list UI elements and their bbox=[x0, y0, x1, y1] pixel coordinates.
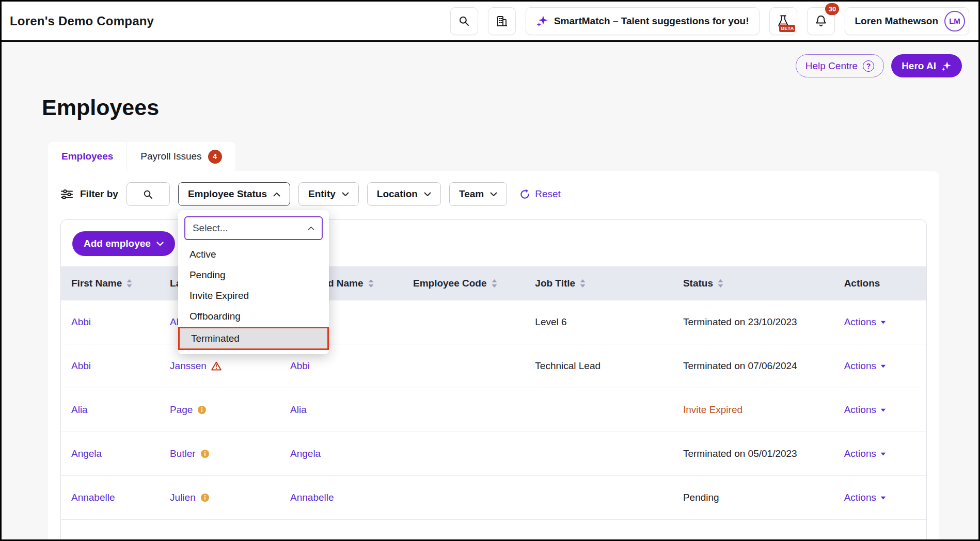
notification-count-badge: 30 bbox=[825, 3, 839, 15]
preferred-name-link[interactable]: Annabelle bbox=[290, 492, 334, 503]
status-option-invite-expired[interactable]: Invite Expired bbox=[178, 285, 329, 306]
status-cell: Terminated on 07/06/2024 bbox=[673, 344, 834, 388]
avatar: LM bbox=[944, 11, 965, 31]
caret-down-icon bbox=[880, 452, 886, 456]
filter-bar: Filter by Employee Status Select... bbox=[48, 171, 939, 217]
status-option-terminated[interactable]: Terminated bbox=[178, 327, 329, 350]
column-header-job-title[interactable]: Job Title bbox=[525, 266, 673, 300]
company-name: Loren's Demo Company bbox=[10, 14, 154, 28]
actions-cell: Actions bbox=[834, 388, 926, 432]
employee-code-cell bbox=[403, 300, 525, 344]
column-header-employee-code[interactable]: Employee Code bbox=[403, 266, 525, 300]
first-name-cell: Abbi bbox=[61, 300, 160, 344]
employee-status-dropdown: Select... ActivePendingInvite ExpiredOff… bbox=[178, 210, 329, 354]
organisation-button[interactable] bbox=[488, 7, 516, 35]
employee-status-filter-wrap: Employee Status Select... ActivePendingI… bbox=[178, 182, 290, 206]
row-actions-button[interactable]: Actions bbox=[844, 448, 886, 459]
sort-icon bbox=[127, 279, 132, 288]
first-name-link[interactable]: Abbi bbox=[71, 316, 91, 328]
preferred-name-link[interactable]: Angela bbox=[290, 448, 321, 459]
first-name-link[interactable]: Angela bbox=[71, 448, 102, 459]
chevron-up-icon bbox=[273, 192, 280, 197]
last-name-link[interactable]: Page bbox=[170, 404, 193, 416]
help-centre-label: Help Centre bbox=[805, 60, 858, 72]
chevron-up-icon bbox=[308, 226, 314, 230]
topbar: Loren's Demo Company SmartMatch – Talent… bbox=[2, 2, 978, 42]
column-header-first-name[interactable]: First Name bbox=[61, 266, 160, 300]
chevron-down-icon bbox=[156, 242, 164, 246]
add-employee-button[interactable]: Add employee bbox=[72, 231, 175, 256]
first-name-cell: Angela bbox=[61, 432, 160, 475]
user-name: Loren Mathewson bbox=[855, 15, 938, 27]
filter-location[interactable]: Location bbox=[367, 182, 441, 206]
select-placeholder: Select... bbox=[193, 222, 228, 234]
row-actions-button[interactable]: Actions bbox=[844, 404, 886, 416]
caret-down-icon bbox=[880, 408, 886, 412]
notifications-button[interactable]: 30 bbox=[807, 7, 835, 35]
last-name-link[interactable]: Butler bbox=[170, 448, 196, 459]
tab-employees[interactable]: Employees bbox=[48, 142, 127, 171]
labs-beta-button[interactable]: BETA bbox=[769, 7, 797, 35]
sort-icon bbox=[368, 279, 374, 288]
hero-ai-button[interactable]: Hero AI bbox=[891, 54, 962, 77]
filter-by: Filter by bbox=[60, 188, 118, 200]
last-name-link[interactable]: Janssen bbox=[170, 360, 207, 372]
row-actions-button[interactable]: Actions bbox=[844, 492, 886, 503]
filter-sliders-icon bbox=[60, 189, 73, 200]
preferred-name-cell: Alia bbox=[280, 388, 403, 432]
smartmatch-button[interactable]: SmartMatch – Talent suggestions for you! bbox=[526, 7, 760, 35]
filter-team[interactable]: Team bbox=[449, 182, 507, 206]
employee-code-cell bbox=[403, 476, 525, 519]
first-name-link[interactable]: Abbi bbox=[71, 360, 91, 372]
help-centre-button[interactable]: Help Centre ? bbox=[796, 54, 884, 77]
last-name-link[interactable]: Julien bbox=[170, 492, 196, 503]
row-actions-button[interactable]: Actions bbox=[844, 360, 886, 372]
filter-by-label: Filter by bbox=[80, 188, 118, 200]
preferred-name-link[interactable]: Alia bbox=[290, 404, 307, 416]
info-icon bbox=[200, 493, 210, 502]
user-menu-button[interactable]: Loren Mathewson LM bbox=[845, 7, 969, 35]
last-name-cell: Butler bbox=[160, 432, 280, 475]
first-name-cell: Abbi bbox=[61, 344, 160, 388]
preferred-name-cell: Annabelle bbox=[280, 476, 403, 519]
status-option-pending[interactable]: Pending bbox=[178, 265, 329, 285]
first-name-link[interactable]: Alia bbox=[71, 404, 88, 416]
job-title-cell bbox=[525, 432, 673, 475]
status-select-input[interactable]: Select... bbox=[184, 216, 323, 240]
column-header-status[interactable]: Status bbox=[673, 266, 834, 300]
hero-ai-label: Hero AI bbox=[902, 60, 936, 72]
actions-cell: Actions bbox=[834, 344, 926, 388]
last-name-cell: Page bbox=[160, 388, 280, 432]
add-employee-label: Add employee bbox=[84, 238, 151, 249]
payroll-issues-count-badge: 4 bbox=[208, 150, 222, 164]
chevron-down-icon bbox=[342, 192, 349, 197]
filter-employee-status[interactable]: Employee Status bbox=[178, 182, 290, 206]
first-name-link[interactable]: Annabelle bbox=[71, 492, 115, 503]
search-icon bbox=[143, 189, 153, 199]
filter-entity[interactable]: Entity bbox=[298, 182, 359, 206]
smartmatch-label: SmartMatch – Talent suggestions for you! bbox=[554, 15, 749, 27]
row-actions-button[interactable]: Actions bbox=[844, 316, 886, 328]
preferred-name-link[interactable]: Abbi bbox=[290, 360, 310, 372]
first-name-cell: Annabelle bbox=[61, 476, 160, 519]
status-option-active[interactable]: Active bbox=[178, 244, 329, 265]
help-row: Help Centre ? Hero AI bbox=[2, 42, 978, 77]
actions-cell: Actions bbox=[834, 476, 926, 519]
employee-code-cell bbox=[403, 388, 525, 432]
building-icon bbox=[496, 15, 508, 27]
search-button[interactable] bbox=[450, 7, 478, 35]
status-cell: Invite Expired bbox=[673, 388, 834, 432]
sort-icon bbox=[580, 279, 586, 288]
last-name-cell: Julien bbox=[160, 476, 280, 519]
table-search-button[interactable] bbox=[127, 182, 170, 206]
employee-code-cell bbox=[403, 344, 525, 388]
tab-employees-label: Employees bbox=[61, 151, 113, 162]
tab-payroll-issues[interactable]: Payroll Issues 4 bbox=[127, 142, 235, 171]
table-row: AnnabelleJulienAnnabellePendingActions bbox=[61, 476, 926, 520]
question-mark-icon: ? bbox=[863, 60, 874, 72]
team-label: Team bbox=[459, 188, 484, 200]
status-option-offboarding[interactable]: Offboarding bbox=[178, 306, 329, 327]
reset-filters-button[interactable]: Reset bbox=[519, 188, 561, 200]
job-title-cell bbox=[525, 476, 673, 519]
sort-icon bbox=[492, 279, 497, 288]
